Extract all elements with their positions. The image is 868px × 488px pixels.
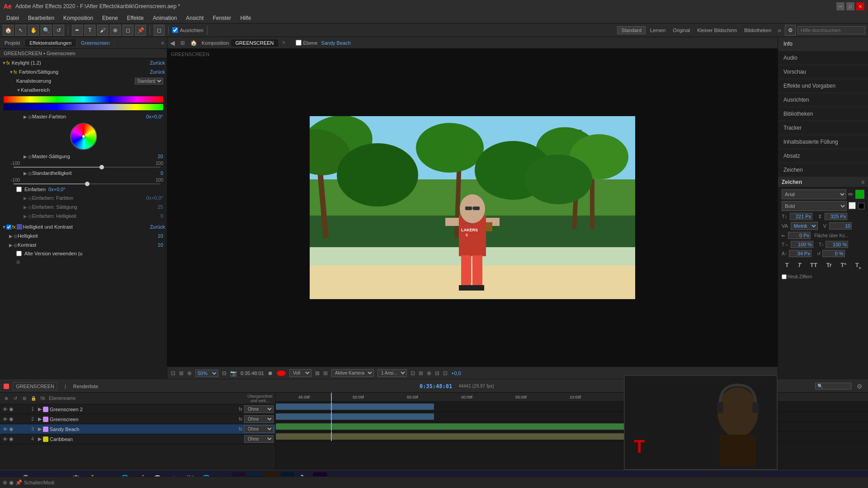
tl-audio-1[interactable]: ◉ — [8, 406, 14, 412]
tl-vis-2[interactable]: 👁 — [2, 417, 8, 422]
right-panel-inhalt[interactable]: Inhaltsbasierte Füllung — [778, 135, 868, 149]
effect-farbton[interactable]: ▼ fx Farbton/Sättigung Zurück — [0, 67, 167, 76]
effect-master-saettigung[interactable]: ▶ ◎ Master-Sättigung 20 — [0, 152, 167, 161]
farbton-reset[interactable]: Zurück — [150, 69, 165, 75]
tl-mode-3[interactable]: Ohne — [244, 425, 274, 433]
maximize-button[interactable]: □ — [846, 2, 854, 10]
menu-komposition[interactable]: Komposition — [59, 14, 98, 22]
einfarben-saettigung-value[interactable]: 25 — [158, 204, 163, 210]
camera-select[interactable]: Aktive Kamera — [331, 369, 374, 377]
tab-greenscreen-comp[interactable]: GREENSCREEN — [231, 39, 279, 47]
settings-icon[interactable]: ⚙ — [785, 25, 796, 36]
tab-projekt[interactable]: Projekt — [0, 39, 25, 47]
font-weight-select[interactable]: Bold Regular — [782, 201, 847, 211]
shape-tool[interactable]: ◻ — [154, 25, 165, 36]
clone-tool[interactable]: ⊕ — [110, 25, 121, 36]
tl-ctrl-icon4[interactable]: 🔒 — [29, 396, 38, 401]
menu-ebene[interactable]: Ebene — [98, 14, 123, 22]
hk-checkbox[interactable] — [6, 225, 11, 230]
tl-audio-2[interactable]: ◉ — [8, 416, 14, 422]
menu-animation[interactable]: Animation — [148, 14, 181, 22]
tl-expand-4[interactable]: ▶ — [38, 436, 42, 442]
panel-menu-icon[interactable]: ≡ — [159, 40, 167, 46]
tl-search[interactable] — [815, 383, 851, 389]
3d-icon[interactable]: ⊞ — [323, 370, 328, 376]
bg-color-swatch[interactable] — [858, 203, 864, 209]
rotate-input[interactable] — [822, 250, 845, 257]
ausrichten-checkbox[interactable] — [172, 27, 178, 33]
expand-icon[interactable]: » — [778, 27, 781, 34]
font-family-select[interactable]: Arial — [782, 189, 846, 199]
hindi-checkbox[interactable] — [782, 274, 787, 279]
right-panel-absatz[interactable]: Absatz — [778, 149, 868, 163]
text-smallcaps-icon[interactable]: Tr — [825, 261, 834, 271]
font-picker-icon[interactable]: ✏ — [848, 191, 854, 198]
font-size-input[interactable] — [790, 213, 812, 220]
saettigung-thumb[interactable] — [99, 165, 104, 169]
color-swatch-green[interactable] — [855, 190, 864, 199]
timeline-time-display[interactable]: 0:35:48:01 — [420, 383, 452, 389]
pen-tool[interactable]: ✒ — [72, 25, 83, 36]
zeichen-menu[interactable]: ≡ — [861, 179, 864, 185]
arrow-tool[interactable]: ↖ — [15, 25, 26, 36]
comp-tab-close[interactable]: ✕ — [279, 40, 288, 46]
right-panel-audio[interactable]: Audio — [778, 51, 868, 65]
tl-expand-1[interactable]: ▶ — [38, 406, 42, 412]
layout-icon[interactable]: ⊡ — [410, 370, 415, 376]
crop-icon[interactable]: ⊟ — [222, 370, 226, 376]
kerning-input[interactable] — [829, 222, 852, 230]
comp-snap-icon[interactable]: ⊡ — [171, 370, 175, 376]
comp-safe-icon[interactable]: ⊕ — [187, 370, 192, 376]
region-icon[interactable]: ⊠ — [315, 370, 320, 376]
window-controls[interactable]: ─ □ ✕ — [836, 2, 864, 10]
kontrast-value[interactable]: 10 — [158, 242, 163, 248]
text-tool[interactable]: T — [85, 25, 95, 36]
einfarben-farbton-value[interactable]: 0x+0,0° — [146, 195, 163, 201]
right-panel-zeichen[interactable]: Zeichen — [778, 163, 868, 177]
playhead[interactable] — [331, 393, 332, 401]
tl-expand-3[interactable]: ▶ — [38, 426, 42, 432]
effect-kanalsteuerung[interactable]: Kanalsteuerung Standard — [0, 76, 167, 85]
tl-clip-2[interactable] — [276, 413, 434, 420]
master-farbton-value[interactable]: 0x+0,0° — [146, 114, 163, 119]
tl-fx-2[interactable]: fx — [239, 417, 242, 422]
effect-einfarben-farbton[interactable]: ▶ ◎ Einfarben: Farbton 0x+0,0° — [0, 193, 167, 202]
comp-panel-home[interactable]: 🏠 — [188, 40, 200, 46]
small-screen-label[interactable]: Kleiner Bildschirm — [694, 28, 740, 33]
tl-audio-3[interactable]: ◉ — [8, 426, 14, 432]
line-height-input[interactable] — [825, 213, 847, 220]
right-panel-bibliotheken[interactable]: Bibliotheken — [778, 107, 868, 121]
right-panel-ausrichten[interactable]: Ausrichten — [778, 93, 868, 107]
tl-close-btn[interactable] — [4, 384, 9, 389]
scale-v-input[interactable] — [826, 241, 848, 248]
zoom-value[interactable]: 50% 100% 25% — [195, 370, 218, 377]
right-panel-vorschau[interactable]: Vorschau — [778, 65, 868, 79]
tl-mode-4[interactable]: Ohne — [244, 435, 274, 443]
search-input[interactable] — [797, 26, 865, 34]
render-list[interactable]: Renderliste — [73, 384, 99, 389]
comp-panel-grid[interactable]: ⊞ — [178, 40, 188, 46]
text-subscript-icon[interactable]: Ta — [854, 261, 863, 271]
effect-helligkeit[interactable]: ▶ ◎ Helligkeit 10 — [0, 231, 167, 240]
tl-mode-1[interactable]: Ohne — [244, 405, 274, 413]
right-panel-effekte[interactable]: Effekte und Vorgaben — [778, 79, 868, 93]
einfarben-helligkeit-value[interactable]: 0 — [160, 213, 163, 219]
tab-effekteinstellungen[interactable]: Effekteinstellungen — [25, 39, 76, 47]
libraries-label[interactable]: Bibliotheken — [741, 28, 774, 33]
learn-label[interactable]: Lernen — [647, 28, 668, 33]
home-tool[interactable]: 🏠 — [3, 25, 14, 36]
tl-audio-4[interactable]: ◉ — [8, 436, 14, 442]
menu-fenster[interactable]: Fenster — [208, 14, 236, 22]
tl-expand-2[interactable]: ▶ — [38, 416, 42, 422]
tracking-select[interactable]: Metrik — [791, 222, 818, 230]
guide-icon[interactable]: ⊕ — [427, 370, 431, 376]
hand-tool[interactable]: ✋ — [28, 25, 39, 36]
original-label[interactable]: Original — [670, 28, 693, 33]
pixel-icon[interactable]: ⊞ — [419, 370, 423, 376]
master-saettigung-value[interactable]: 20 — [158, 154, 163, 159]
close-button[interactable]: ✕ — [856, 2, 864, 10]
quality-select[interactable]: Voll Halb — [289, 369, 311, 377]
effect-kanalbereich[interactable]: ▼ Kanalbereich — [0, 85, 167, 94]
tl-vis-1[interactable]: 👁 — [2, 407, 8, 412]
tl-ctrl-icon2[interactable]: ↺ — [11, 396, 20, 401]
